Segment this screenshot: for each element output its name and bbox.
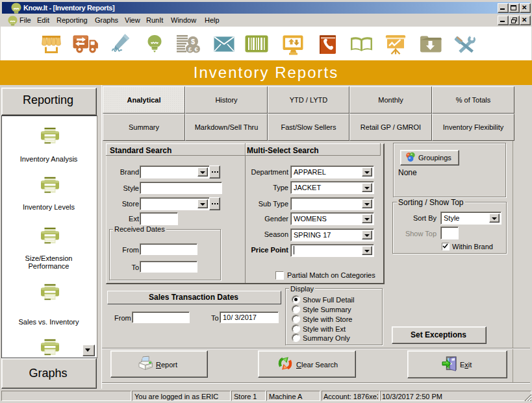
svg-text:€: € [194,46,197,53]
svg-text:£: £ [188,46,192,53]
svg-text:$: $ [191,38,195,45]
